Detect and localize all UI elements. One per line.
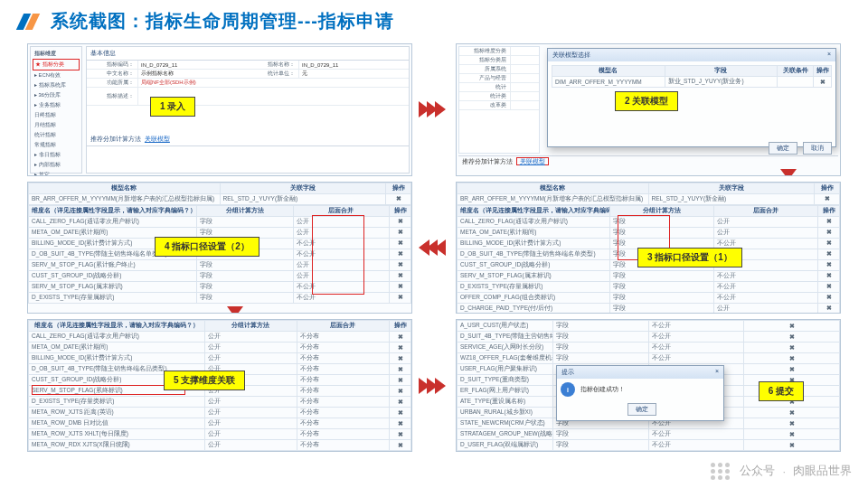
td[interactable]: ✖	[390, 270, 411, 281]
td[interactable]: ✖	[744, 408, 840, 418]
input[interactable]	[510, 101, 539, 109]
td[interactable]: ✖	[818, 259, 840, 270]
arrow-down-1	[778, 169, 799, 176]
td[interactable]: ✖	[744, 440, 840, 451]
td: WZ18_OFFER_FLAG(套餐维度机基端段)	[458, 353, 553, 364]
td[interactable]: ✖	[390, 332, 411, 343]
input[interactable]	[510, 83, 539, 91]
td: META_OM_DATE(累计期间)	[29, 343, 205, 353]
td[interactable]: ✖	[390, 397, 411, 408]
tree-item[interactable]: 统计指标	[33, 130, 80, 140]
tree-item[interactable]: ▸ 内部指标	[33, 160, 80, 170]
td[interactable]: ✖	[390, 418, 411, 429]
td[interactable]: ✖	[818, 303, 840, 314]
td[interactable]: ✖	[818, 249, 840, 259]
input[interactable]	[510, 47, 539, 55]
input[interactable]	[510, 74, 539, 82]
table-row: META_ROW_CHART(扣除控制)公开不分布✖	[29, 451, 411, 452]
td[interactable]: ✖	[390, 259, 411, 270]
link-related-model[interactable]: 关联模型	[145, 136, 170, 142]
td[interactable]: ✖	[744, 321, 840, 332]
panel1-tree[interactable]: 指标维度 ★ 指标分类 ▸ ECN有效 ▸ 指标系统库 ▸ 36分段库 ▸ 业务…	[30, 46, 82, 174]
tree-item[interactable]: ▸ 其它	[33, 170, 80, 176]
delete-icon[interactable]: ✖	[386, 193, 411, 204]
td: META_ROW_XJTS XHLT(每日限度)	[29, 429, 205, 440]
td[interactable]: ✖	[818, 292, 840, 303]
td: META_ROW_CHART(扣除控制)	[29, 451, 205, 452]
info-icon: i	[561, 382, 575, 397]
td[interactable]: ✖	[390, 440, 411, 451]
input[interactable]	[510, 92, 539, 100]
td[interactable]: ✖	[390, 353, 411, 364]
tree-item[interactable]: 常规指标	[33, 140, 80, 150]
td: 不分布	[297, 429, 389, 440]
td[interactable]: ✖	[390, 292, 411, 303]
td: 字段	[197, 281, 293, 292]
link-related-model-2[interactable]: 关联模型	[516, 157, 549, 165]
input[interactable]	[510, 65, 539, 73]
td[interactable]: ✖	[818, 281, 840, 292]
arrow-right-1	[416, 43, 452, 176]
tree-item[interactable]: ▸ 非日指标	[33, 150, 80, 160]
td[interactable]: ✖	[390, 281, 411, 292]
td[interactable]: ✖	[390, 216, 411, 227]
td[interactable]: ✖	[744, 343, 840, 353]
td: 不公开	[648, 321, 744, 332]
table-row: D_EXISTS_TYPE(存量类标识)公开不分布✖	[29, 397, 411, 408]
td[interactable]: ✖	[390, 429, 411, 440]
input-code[interactable]: IN_D_0729_11	[137, 61, 248, 69]
table-row: WZ18_OFFER_FLAG(套餐维度机基端段)字段不公开✖	[458, 353, 840, 364]
tree-item[interactable]: ▸ 指标系统库	[33, 80, 80, 90]
td[interactable]: ✖	[744, 429, 840, 440]
input-cname[interactable]: 示例指标名称	[137, 70, 248, 78]
td[interactable]: ✖	[744, 353, 840, 364]
td[interactable]: ✖	[744, 332, 840, 343]
td[interactable]: ✖	[744, 364, 840, 375]
tree-item[interactable]: ▸ 36分段库	[33, 90, 80, 100]
tree-item[interactable]: 月结指标	[33, 120, 80, 130]
td[interactable]: ✖	[818, 238, 840, 249]
delete-icon[interactable]: ✖	[815, 193, 840, 204]
table-row: META_OM_DATE(累计期间)公开不分布✖	[29, 343, 411, 353]
th: 字段	[665, 66, 778, 77]
td[interactable]: ✖	[390, 451, 411, 452]
delete-icon[interactable]: ✖	[814, 77, 832, 88]
td[interactable]: ✖	[390, 364, 411, 375]
input-name[interactable]: IN_D_0729_11	[298, 61, 409, 69]
td[interactable]: ✖	[818, 227, 840, 238]
td[interactable]: ✖	[390, 375, 411, 386]
title-slash-icon	[18, 14, 42, 30]
td[interactable]: ✖	[744, 418, 840, 429]
td[interactable]: ✖	[390, 408, 411, 418]
tree-item[interactable]: ★ 指标分类	[33, 59, 80, 70]
td[interactable]: ✖	[390, 249, 411, 259]
panel1-lower-title: 推荐分加计算方法	[90, 136, 141, 142]
slide-title: 系统截图：指标生命周期管理---指标申请	[0, 0, 868, 39]
watermark-label: 公众号	[740, 463, 775, 479]
tree-item[interactable]: ▸ 业务指标	[33, 100, 80, 110]
input-unit[interactable]: 元	[298, 70, 409, 78]
dialog-success-ok[interactable]: 确定	[627, 403, 656, 416]
input-scope[interactable]: 局端NF全部(SDH示例)	[137, 79, 409, 87]
td[interactable]: ✖	[818, 216, 840, 227]
td: SERV_M_STOP_FLAG(属末标识)	[458, 270, 610, 281]
td[interactable]: ✖	[390, 227, 411, 238]
th: 模型名称	[29, 183, 221, 193]
td[interactable]: ✖	[390, 343, 411, 353]
close-icon[interactable]: ×	[715, 368, 719, 377]
td[interactable]: ✖	[390, 238, 411, 249]
td[interactable]: ✖	[818, 270, 840, 281]
td: 字段	[610, 292, 714, 303]
td[interactable]	[778, 77, 814, 88]
input[interactable]	[510, 56, 539, 64]
close-icon[interactable]: ×	[827, 51, 831, 60]
tree-item[interactable]: 日终指标	[33, 110, 80, 120]
td: 公开	[204, 418, 297, 429]
td[interactable]: ✖	[390, 386, 411, 397]
dialog-cancel-button[interactable]: 取消	[803, 142, 832, 155]
td: 不公开	[648, 429, 744, 440]
arrow-left-1	[416, 182, 452, 314]
td: 公开	[204, 353, 297, 364]
tree-item[interactable]: ▸ ECN有效	[33, 70, 80, 80]
dialog-ok-button[interactable]: 确定	[769, 142, 797, 155]
